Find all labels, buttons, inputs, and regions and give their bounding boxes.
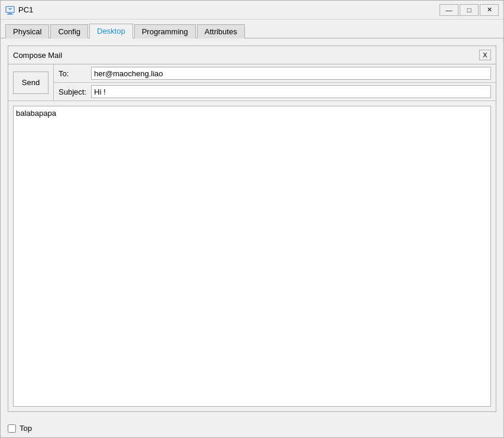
- top-checkbox[interactable]: [8, 424, 16, 433]
- title-bar: PC1 — □ ✕: [1, 1, 503, 20]
- tab-desktop[interactable]: Desktop: [89, 24, 133, 38]
- subject-line: Subject:: [54, 82, 496, 100]
- bottom-bar: Top: [1, 419, 503, 437]
- to-label: To:: [59, 69, 91, 78]
- top-checkbox-label: Top: [20, 424, 32, 433]
- subject-input[interactable]: [91, 85, 491, 98]
- top-checkbox-wrapper[interactable]: Top: [8, 424, 32, 433]
- compose-body-area: [8, 101, 496, 411]
- title-bar-buttons: — □ ✕: [440, 4, 499, 16]
- tab-desktop-label: Desktop: [97, 27, 125, 35]
- tab-attributes-label: Attributes: [205, 27, 237, 36]
- title-bar-left: PC1: [5, 5, 33, 15]
- tab-attributes[interactable]: Attributes: [197, 24, 245, 38]
- main-window: PC1 — □ ✕ Physical Config Desktop Progra…: [0, 0, 504, 438]
- compose-mail-panel: Compose Mail X Send To: Subject:: [8, 46, 496, 412]
- close-window-button[interactable]: ✕: [480, 4, 499, 16]
- maximize-button[interactable]: □: [460, 4, 479, 16]
- svg-marker-3: [8, 8, 12, 10]
- content-area: Compose Mail X Send To: Subject:: [1, 38, 503, 419]
- minimize-button[interactable]: —: [440, 4, 458, 16]
- compose-body-textarea[interactable]: [13, 106, 491, 407]
- compose-mail-close-button[interactable]: X: [479, 50, 491, 60]
- tab-programming-label: Programming: [142, 27, 188, 36]
- compose-mail-title: Compose Mail: [13, 51, 62, 60]
- tab-config[interactable]: Config: [50, 24, 88, 38]
- to-line: To:: [54, 64, 496, 82]
- to-row: Send To: Subject:: [8, 64, 496, 101]
- tab-physical-label: Physical: [13, 27, 41, 36]
- to-subject-wrapper: To: Subject:: [54, 64, 496, 100]
- compose-mail-header: Compose Mail X: [8, 46, 496, 64]
- subject-label: Subject:: [59, 87, 91, 96]
- to-input[interactable]: [91, 67, 491, 80]
- tab-programming[interactable]: Programming: [134, 24, 196, 38]
- send-button[interactable]: Send: [13, 72, 49, 94]
- window-title: PC1: [18, 5, 33, 14]
- tab-physical[interactable]: Physical: [5, 24, 49, 38]
- tab-config-label: Config: [58, 27, 80, 36]
- tab-bar: Physical Config Desktop Programming Attr…: [1, 20, 503, 38]
- send-button-area: Send: [8, 64, 54, 100]
- pc-icon: [5, 5, 15, 15]
